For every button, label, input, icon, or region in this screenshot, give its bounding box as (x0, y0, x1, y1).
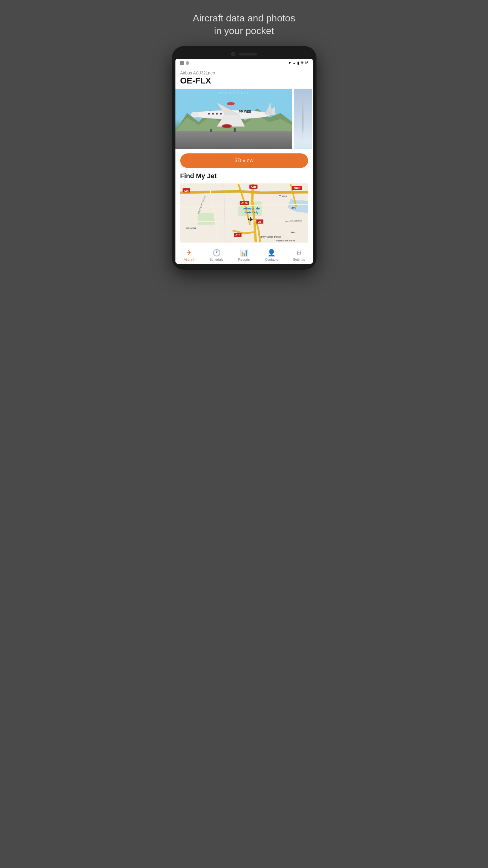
svg-marker-5 (265, 102, 273, 115)
map-svg: A86 A6B A106 N406 A6 (180, 183, 308, 243)
photo-watermark: AIRLINERS.NET (176, 91, 293, 95)
nav-item-contacts[interactable]: 👤 Contacts (258, 246, 285, 264)
svg-text:Yerr: Yerr (291, 231, 296, 234)
svg-text:A86: A86 (184, 189, 189, 192)
phone-speaker (239, 53, 257, 56)
view-3d-button[interactable]: 3D view (180, 153, 308, 168)
svg-text:A106: A106 (241, 202, 247, 205)
tarmac (176, 131, 293, 149)
svg-text:Thiais: Thiais (279, 194, 287, 198)
svg-point-9 (223, 124, 231, 127)
landing-gear-front (210, 129, 212, 132)
phone-frame: ▾ ▲ ▮ 8:16 Airbus ACJ321neo OE-FLX AIRLI… (172, 46, 316, 270)
aircraft-silhouette: PP-WEB (181, 97, 280, 133)
tagline-line1: Aircraft data and photos (193, 13, 295, 24)
status-icons-left (180, 61, 189, 65)
svg-point-13 (216, 113, 218, 115)
horizon-gradient (294, 140, 312, 149)
svg-text:N406: N406 (294, 187, 300, 190)
time-display: 8:16 (301, 61, 308, 65)
find-jet-section: Find My Jet (176, 172, 313, 246)
svg-text:Aéroport de: Aéroport de (243, 207, 260, 210)
svg-text:Orly: Orly (291, 206, 296, 210)
settings-nav-icon: ⚙ (296, 249, 302, 257)
battery-icon: ▮ (297, 61, 299, 65)
find-jet-title: Find My Jet (180, 172, 308, 180)
aircraft-photo-main[interactable]: AIRLINERS.NET (176, 89, 293, 149)
tagline-line2: in your pocket (214, 25, 274, 36)
aircraft-nav-icon: ✈ (186, 249, 192, 257)
svg-point-10 (227, 102, 235, 105)
svg-text:Paray-Vieille-Poste: Paray-Vieille-Poste (258, 236, 281, 239)
svg-point-12 (212, 113, 214, 115)
svg-text:alaiseau: alaiseau (186, 227, 195, 230)
svg-text:A10: A10 (235, 234, 240, 237)
app-header: Airbus ACJ321neo OE-FLX (176, 67, 313, 89)
map-container[interactable]: A86 A6B A106 N406 A6 (180, 183, 308, 243)
wifi-icon: ▾ (289, 61, 291, 65)
svg-point-11 (208, 113, 210, 115)
notification-icon (180, 61, 184, 65)
svg-text:A6B: A6B (251, 185, 256, 188)
nav-item-reports[interactable]: 📊 Reports (230, 246, 258, 264)
aircraft-photo-side[interactable] (294, 89, 312, 149)
photos-section[interactable]: AIRLINERS.NET (176, 89, 313, 149)
aircraft-registration: OE-FLX (180, 76, 308, 86)
schedule-nav-icon: 🕐 (213, 249, 221, 257)
landing-gear-main (234, 128, 236, 132)
sync-icon (186, 61, 189, 65)
tagline: Aircraft data and photos in your pocket (184, 0, 304, 46)
settings-nav-label: Settings (293, 258, 305, 261)
status-icons-right: ▾ ▲ ▮ 8:16 (289, 61, 308, 65)
wing-side-view (302, 92, 303, 140)
svg-text:A6: A6 (258, 220, 261, 223)
svg-point-3 (191, 112, 199, 118)
phone-screen: ▾ ▲ ▮ 8:16 Airbus ACJ321neo OE-FLX AIRLI… (176, 59, 313, 264)
nav-item-aircraft[interactable]: ✈ Aircraft (176, 246, 203, 264)
svg-text:VAL-DE-MARNE: VAL-DE-MARNE (284, 220, 302, 222)
nav-item-schedule[interactable]: 🕐 Schedule (203, 246, 230, 264)
phone-top (176, 52, 313, 56)
contacts-nav-label: Contacts (265, 258, 278, 261)
page-wrapper: Aircraft data and photos in your pocket … (160, 0, 329, 270)
nav-item-settings[interactable]: ⚙ Settings (285, 246, 312, 264)
map-background: A86 A6B A106 N406 A6 (180, 183, 308, 243)
reports-nav-label: Reports (238, 258, 250, 261)
bottom-nav: ✈ Aircraft 🕐 Schedule 📊 Reports 👤 Contac… (176, 246, 313, 264)
svg-text:Vigneux-sur-Seine: Vigneux-sur-Seine (276, 240, 295, 242)
svg-text:Paris-Orly: Paris-Orly (244, 211, 258, 214)
aircraft-model: Airbus ACJ321neo (180, 70, 308, 75)
svg-point-14 (220, 113, 222, 115)
phone-camera (231, 52, 236, 56)
svg-text:✈: ✈ (247, 216, 253, 223)
signal-icon: ▲ (293, 61, 296, 65)
contacts-nav-icon: 👤 (267, 249, 275, 257)
svg-text:PP-WEB: PP-WEB (239, 110, 252, 113)
status-bar: ▾ ▲ ▮ 8:16 (176, 59, 313, 67)
svg-rect-18 (197, 213, 215, 225)
schedule-nav-label: Schedule (210, 258, 223, 261)
reports-nav-icon: 📊 (240, 249, 248, 257)
aircraft-nav-label: Aircraft (184, 258, 194, 261)
